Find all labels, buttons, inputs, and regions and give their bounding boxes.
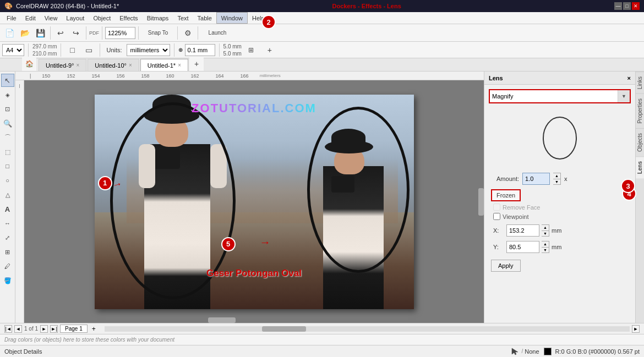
menu-file[interactable]: File: [2, 12, 21, 24]
apply-button[interactable]: Apply: [491, 260, 521, 272]
launch-button[interactable]: Launch: [201, 26, 234, 40]
rectangle-tool[interactable]: □: [1, 160, 14, 173]
frozen-button[interactable]: Frozen: [491, 189, 521, 201]
select-tool[interactable]: ↖: [1, 74, 14, 87]
menu-object[interactable]: Object: [89, 12, 115, 24]
curve-tool[interactable]: ⌒: [1, 131, 14, 144]
minimize-button[interactable]: —: [614, 2, 622, 10]
tab-untitled9[interactable]: Untitled-9° ×: [39, 59, 86, 71]
color-value: R:0 G:0 B:0 (#000000): [555, 348, 616, 355]
first-page-button[interactable]: |◄: [4, 325, 12, 333]
menu-view[interactable]: View: [40, 12, 62, 24]
snap-options-button[interactable]: Snap To: [141, 26, 174, 40]
scrollbar-right[interactable]: [478, 188, 484, 216]
panel-close[interactable]: ×: [627, 75, 631, 81]
x-spinner[interactable]: ▲ ▼: [542, 224, 549, 237]
title-bar-controls[interactable]: — □ ✕: [614, 2, 640, 10]
smart-fill-tool[interactable]: ⬚: [1, 145, 14, 158]
canvas-content: ZOTUTORIAL.COM 1 → 5 → Geser Potonga: [24, 80, 484, 323]
next-page-button[interactable]: ►: [40, 325, 48, 333]
x-spin-up[interactable]: ▲: [542, 225, 549, 231]
lens-preview-svg: [538, 113, 582, 163]
menu-window[interactable]: Window: [216, 12, 248, 24]
add-page-tab-button[interactable]: +: [90, 325, 98, 333]
h-scrollbar-thumb[interactable]: [262, 326, 306, 332]
fill-tool[interactable]: 🪣: [1, 274, 14, 287]
menu-text[interactable]: Text: [173, 12, 193, 24]
tab-untitled10[interactable]: Untitled-10° ×: [88, 59, 139, 71]
y-spin-up[interactable]: ▲: [542, 241, 549, 248]
remove-face-label: Remove Face: [503, 204, 540, 211]
lens-panel-header: Lens ×: [484, 72, 635, 85]
polygon-tool[interactable]: △: [1, 188, 14, 201]
page-info: 1 of 1: [24, 326, 38, 332]
tab-close-untitled9[interactable]: ×: [76, 62, 79, 68]
lens-type-select[interactable]: Magnify No Lens Effect Brighten Fish Eye…: [490, 90, 630, 102]
dockers-annotation: Dockers - Effects - Lens: [332, 3, 401, 9]
options-button[interactable]: ⚙: [181, 26, 195, 40]
tab-untitled1[interactable]: Untitled-1* ×: [140, 59, 188, 71]
spin-up-button[interactable]: ▲: [553, 173, 560, 179]
add-page-button[interactable]: +: [263, 43, 277, 57]
tab-properties[interactable]: Properties: [636, 94, 644, 128]
connector-tool[interactable]: ⤢: [1, 231, 14, 244]
y-input[interactable]: [506, 241, 539, 253]
dimension-tool[interactable]: ↔: [1, 217, 14, 230]
page-size-select[interactable]: A4: [2, 44, 24, 56]
spin-down-button[interactable]: ▼: [553, 179, 560, 185]
tab-lens[interactable]: Lens: [636, 156, 644, 178]
menu-layout[interactable]: Layout: [62, 12, 89, 24]
tab-close-untitled1[interactable]: ×: [178, 62, 181, 68]
scroll-right-button[interactable]: ►: [632, 325, 640, 333]
menu-edit[interactable]: Edit: [21, 12, 40, 24]
close-button[interactable]: ✕: [632, 2, 640, 10]
menu-effects[interactable]: Effects: [115, 12, 142, 24]
open-button[interactable]: 📂: [18, 26, 32, 40]
redo-button[interactable]: ↪: [69, 26, 83, 40]
zoom-tool[interactable]: 🔍: [1, 117, 14, 130]
viewpoint-checkbox[interactable]: [493, 213, 500, 220]
shape-tool[interactable]: ◈: [1, 88, 14, 101]
gutter-button[interactable]: ⊞: [244, 43, 258, 57]
menu-bitmaps[interactable]: Bitmaps: [143, 12, 173, 24]
separator-units: [174, 43, 174, 57]
step-2-circle: 2: [261, 15, 276, 29]
landscape-button[interactable]: □: [65, 43, 79, 57]
menu-table[interactable]: Table: [193, 12, 216, 24]
home-tab-button[interactable]: 🏠: [22, 57, 36, 71]
undo-button[interactable]: ↩: [53, 26, 68, 40]
tab-links[interactable]: Links: [636, 72, 644, 94]
ellipse-tool[interactable]: ○: [1, 174, 14, 187]
tab-close-untitled10[interactable]: ×: [129, 62, 132, 68]
page-bar: |◄ ◄ 1 of 1 ► ►| Page 1 + ►: [0, 323, 644, 334]
page-1-tab[interactable]: Page 1: [60, 325, 88, 333]
y-spin-down[interactable]: ▼: [542, 248, 549, 253]
y-spinner[interactable]: ▲ ▼: [542, 241, 549, 253]
text-tool[interactable]: A: [1, 202, 14, 216]
units-select[interactable]: millimeters: [127, 44, 170, 56]
portrait-button[interactable]: ▭: [81, 43, 96, 57]
crop-tool[interactable]: ⊡: [1, 102, 14, 116]
amount-spinner[interactable]: ▲ ▼: [553, 173, 561, 185]
new-button[interactable]: 📄: [2, 26, 17, 40]
new-tab-button[interactable]: +: [189, 57, 204, 71]
zoom-input[interactable]: [105, 27, 135, 39]
dimensions: 297.0 mm 210.0 mm: [32, 43, 57, 57]
tab-objects[interactable]: Objects: [636, 128, 644, 156]
save-button[interactable]: 💾: [33, 26, 47, 40]
x-input[interactable]: [506, 224, 539, 237]
fill-label: /: [521, 348, 523, 354]
blend-tool[interactable]: ⊞: [1, 245, 14, 259]
amount-row: Amount: ▲ ▼ x: [489, 173, 631, 185]
x-label: X:: [493, 227, 504, 234]
maximize-button[interactable]: □: [623, 2, 631, 10]
scrollbar-bottom[interactable]: [208, 317, 236, 323]
x-spin-down[interactable]: ▼: [542, 231, 549, 237]
lens-type-dropdown[interactable]: Magnify No Lens Effect Brighten Fish Eye…: [489, 89, 631, 103]
prev-page-button[interactable]: ◄: [14, 325, 22, 333]
amount-input[interactable]: [522, 173, 550, 185]
nudge-input[interactable]: [185, 44, 215, 56]
eyedropper-tool[interactable]: 🖊: [1, 260, 14, 273]
last-page-button[interactable]: ►|: [50, 325, 58, 333]
canvas-scroll[interactable]: ZOTUTORIAL.COM 1 → 5 → Geser Potonga: [24, 80, 484, 323]
